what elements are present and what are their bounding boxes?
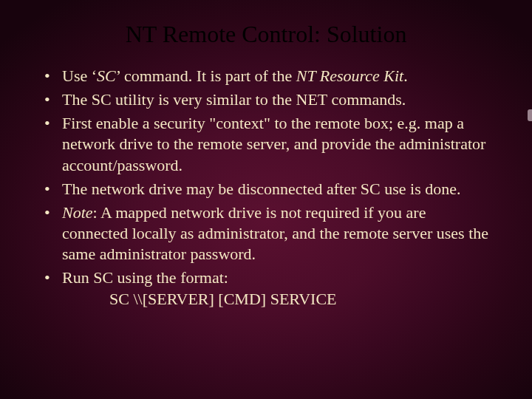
command-format: SC \\[SERVER] [CMD] SERVICE: [62, 289, 495, 310]
bullet-list: Use ‘SC’ command. It is part of the NT R…: [37, 66, 495, 310]
slide-title: NT Remote Control: Solution: [37, 21, 495, 48]
kit-emphasis: NT Resource Kit: [296, 66, 403, 85]
note-emphasis: Note: [62, 203, 93, 222]
text: Run SC using the format:: [62, 268, 228, 287]
edge-notch: [528, 109, 532, 121]
bullet-item: The SC utility is very similar to the NE…: [62, 89, 495, 110]
bullet-item: Run SC using the format: SC \\[SERVER] […: [62, 267, 495, 309]
text: First enable a security "context" to the…: [62, 114, 485, 174]
text: Use ‘: [62, 66, 97, 85]
slide: NT Remote Control: Solution Use ‘SC’ com…: [0, 0, 532, 399]
bullet-item: The network drive may be disconnected af…: [62, 179, 495, 200]
text: ’ command. It is part of the: [116, 66, 296, 85]
bullet-item: Use ‘SC’ command. It is part of the NT R…: [62, 66, 495, 86]
text: : A mapped network drive is not required…: [62, 203, 488, 263]
bullet-item: Note: A mapped network drive is not requ…: [62, 202, 495, 265]
sc-emphasis: SC: [97, 66, 116, 85]
bullet-item: First enable a security "context" to the…: [62, 113, 495, 175]
text: .: [403, 66, 408, 85]
text: The network drive may be disconnected af…: [62, 180, 460, 198]
text: The SC utility is very similar to the NE…: [62, 90, 406, 109]
